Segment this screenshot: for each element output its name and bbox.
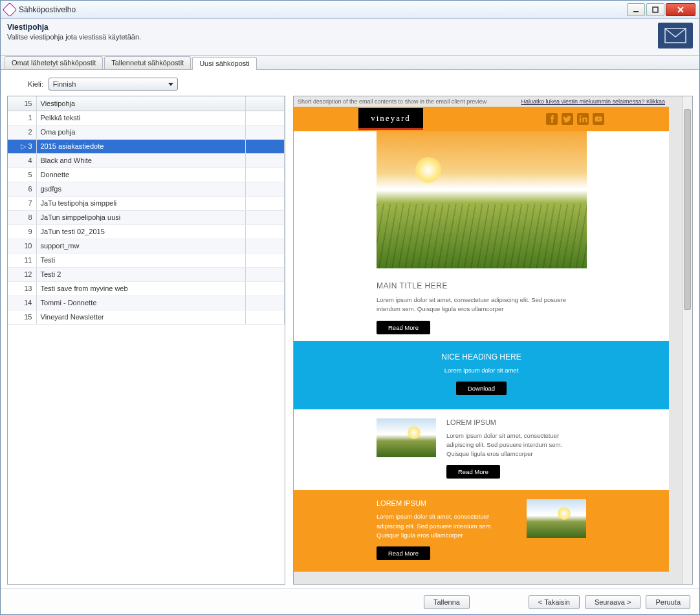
save-button[interactable]: Tallenna	[424, 595, 470, 609]
article-1-button[interactable]: Read More	[446, 465, 500, 479]
wizard-footer: Tallenna < Takaisin Seuraava > Peruuta	[1, 588, 699, 614]
article-block-1: LOREM IPSUM Lorem ipsum dolor sit amet, …	[294, 409, 669, 491]
preview-pane[interactable]: Short description of the email contents …	[293, 96, 693, 585]
tab-sent[interactable]: Omat lähetetyt sähköpostit	[5, 56, 103, 69]
svg-rect-6	[580, 118, 581, 123]
page-title: Viestipohja	[7, 23, 141, 32]
main-body: Lorem ipsum dolor sit amet, consectetuer…	[377, 296, 586, 314]
article-1-title: LOREM IPSUM	[446, 418, 586, 426]
social-icons	[546, 113, 604, 125]
app-icon	[3, 2, 17, 17]
table-row[interactable]: 5Donnette	[8, 167, 285, 182]
grid-name-header: Viestipohja	[36, 96, 246, 111]
facebook-icon[interactable]	[546, 113, 558, 125]
grid-header: 15 Viestipohja	[8, 96, 285, 111]
close-button[interactable]	[666, 3, 695, 16]
email-header: vineyard	[294, 107, 669, 131]
table-row[interactable]: 14Tommi - Donnette	[8, 296, 285, 310]
tab-new[interactable]: Uusi sähköposti	[192, 57, 257, 70]
article-2-title: LOREM IPSUM	[377, 499, 516, 507]
table-row[interactable]: 13Testi save from myvine web	[8, 281, 285, 296]
tab-bar: Omat lähetetyt sähköpostit Tallennetut s…	[1, 56, 699, 70]
tab-saved[interactable]: Tallennetut sähköpostit	[104, 56, 191, 69]
maximize-button[interactable]	[646, 3, 664, 16]
article-2-image	[527, 499, 586, 538]
window-title: Sähköpostivelho	[19, 5, 76, 14]
view-in-browser-link[interactable]: Haluatko lukea viestin mieluummin selaim…	[521, 98, 665, 105]
logo: vineyard	[358, 108, 423, 130]
preheader: Short description of the email contents …	[294, 96, 669, 107]
email-preview: Short description of the email contents …	[294, 96, 669, 572]
svg-point-7	[580, 115, 582, 117]
preheader-desc: Short description of the email contents …	[298, 98, 487, 105]
cancel-button[interactable]: Peruuta	[646, 595, 690, 609]
next-button[interactable]: Seuraava >	[585, 595, 641, 609]
grid-count-header: 15	[8, 96, 36, 111]
table-row[interactable]: 4Black and White	[8, 153, 285, 167]
svg-rect-1	[653, 7, 658, 12]
language-select[interactable]: Finnish	[49, 78, 178, 91]
table-row[interactable]: 9JaTun testi 02_2015	[8, 224, 285, 239]
main-title: MAIN TITLE HERE	[377, 281, 586, 290]
template-grid[interactable]: 15 Viestipohja 1Pelkkä teksti2Oma pohja3…	[7, 96, 285, 585]
article-2-body: Lorem ipsum dolor sit amet, consectetuer…	[377, 512, 516, 540]
cta-body: Lorem ipsum dolor sit amet	[294, 367, 669, 374]
linkedin-icon[interactable]	[577, 113, 589, 125]
table-row[interactable]: 12Testi 2	[8, 267, 285, 281]
table-row[interactable]: 7JaTu testipohja simppeli	[8, 196, 285, 210]
table-row[interactable]: 32015 asiakastiedote	[8, 139, 285, 153]
content-area: Kieli: Finnish 15 Viestipohja 1Pelkkä te…	[1, 70, 699, 588]
wizard-window: Sähköpostivelho Viestipohja Valitse vies…	[0, 0, 700, 615]
article-block-2: LOREM IPSUM Lorem ipsum dolor sit amet, …	[294, 490, 669, 572]
read-more-button[interactable]: Read More	[377, 321, 430, 334]
article-1-body: Lorem ipsum dolor sit amet, consectetuer…	[446, 431, 586, 459]
table-row[interactable]: 10support_mw	[8, 239, 285, 253]
preview-scrollbar[interactable]	[682, 96, 692, 584]
cta-section: NICE HEADING HERE Lorem ipsum dolor sit …	[294, 341, 669, 409]
article-2-button[interactable]: Read More	[377, 546, 430, 560]
twitter-icon[interactable]	[562, 113, 573, 125]
language-label: Kieli:	[28, 80, 43, 88]
cta-title: NICE HEADING HERE	[294, 352, 669, 361]
table-row[interactable]: 1Pelkkä teksti	[8, 111, 285, 125]
language-value: Finnish	[53, 80, 76, 88]
download-button[interactable]: Download	[456, 382, 507, 395]
article-1-image	[377, 418, 436, 457]
hero-image	[377, 131, 587, 268]
mail-icon	[658, 23, 693, 49]
table-row[interactable]: 6gsdfgs	[8, 182, 285, 196]
table-row[interactable]: 8JaTun simppelipohja uusi	[8, 210, 285, 224]
table-row[interactable]: 2Oma pohja	[8, 125, 285, 139]
table-row[interactable]: 11Testi	[8, 253, 285, 267]
titlebar: Sähköpostivelho	[1, 1, 699, 19]
table-row[interactable]: 15Vineyard Newsletter	[8, 310, 285, 324]
page-subtitle: Valitse viestipohja jota viestissä käyte…	[7, 33, 141, 41]
wizard-header: Viestipohja Valitse viestipohja jota vie…	[1, 19, 699, 56]
chevron-down-icon	[168, 83, 173, 86]
minimize-button[interactable]	[627, 3, 645, 16]
language-row: Kieli: Finnish	[7, 78, 693, 91]
back-button[interactable]: < Takaisin	[529, 595, 580, 609]
youtube-icon[interactable]	[593, 113, 604, 125]
svg-rect-0	[633, 11, 639, 12]
